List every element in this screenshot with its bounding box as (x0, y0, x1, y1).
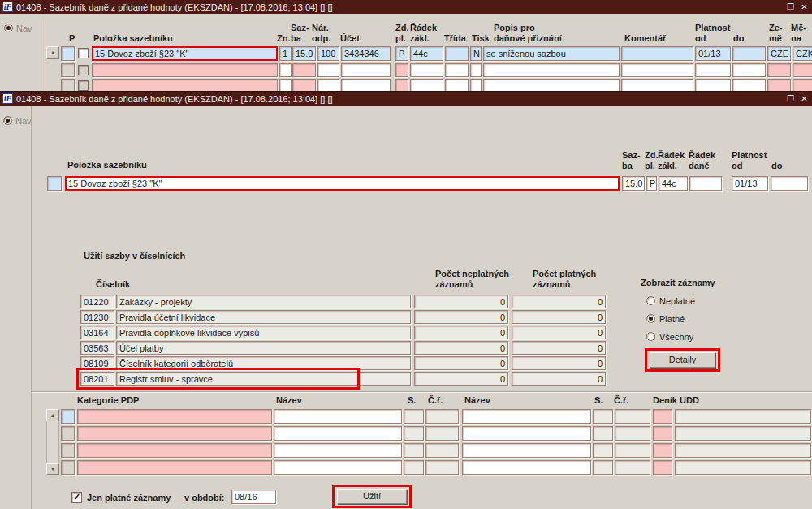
zeme-field[interactable]: CZE (767, 46, 791, 61)
zdpl-field[interactable] (395, 79, 408, 91)
close-icon[interactable]: ✕ (799, 94, 810, 103)
nar-odp-field[interactable]: 100 (317, 46, 339, 61)
s2-field[interactable] (593, 460, 613, 475)
kategorie-pdp-input[interactable] (77, 443, 272, 458)
s1-field[interactable] (404, 409, 424, 424)
nazev2-field[interactable] (462, 460, 591, 475)
nazev2-field[interactable] (462, 426, 591, 441)
platnost-do-field[interactable] (732, 46, 766, 61)
platnost-od-field[interactable]: 01/13 (732, 176, 768, 191)
nazev2-field[interactable] (462, 443, 591, 458)
radio-vsechny-label[interactable]: Všechny (659, 332, 693, 342)
radek-zakl-field[interactable] (410, 79, 443, 91)
zeme-field[interactable] (767, 63, 791, 77)
radio-platne-label[interactable]: Platné (659, 314, 685, 324)
cr1-field[interactable] (425, 443, 459, 458)
popis-field[interactable] (483, 63, 620, 77)
trida-field[interactable] (445, 46, 469, 61)
scroll-down-button[interactable]: ▼ (46, 463, 59, 475)
cr2-field[interactable] (615, 409, 650, 424)
radek-zakl-field[interactable] (410, 63, 443, 77)
row-selector[interactable] (47, 176, 62, 191)
row-selector[interactable] (61, 63, 75, 77)
jen-platne-checkbox[interactable] (71, 492, 82, 503)
denik-udd-name-field[interactable] (675, 409, 811, 424)
komentar-field[interactable] (621, 46, 693, 61)
polozka-input[interactable] (92, 63, 278, 77)
s2-field[interactable] (593, 426, 613, 441)
cr2-field[interactable] (615, 426, 650, 441)
denik-udd-name-field[interactable] (675, 426, 811, 441)
sazba-field[interactable]: 15.0 (292, 46, 316, 61)
row-checkbox[interactable] (78, 65, 89, 75)
row-checkbox[interactable] (78, 48, 89, 58)
platnost-do-field[interactable] (732, 79, 766, 91)
row-selector[interactable] (61, 409, 75, 424)
radio-neplatne[interactable] (646, 296, 655, 305)
popis-field[interactable] (483, 79, 620, 91)
denik-udd-code-input[interactable] (653, 426, 672, 441)
mena-field[interactable]: CZK (793, 46, 812, 61)
zeme-field[interactable] (767, 79, 791, 91)
denik-udd-name-field[interactable] (675, 460, 811, 475)
zn-field[interactable] (279, 63, 292, 77)
ucet-field[interactable]: 3434346 (341, 46, 391, 61)
cr1-field[interactable] (425, 426, 459, 441)
titlebar-detail[interactable]: iF 01408 - Sazebník daně z přidané hodno… (0, 92, 812, 106)
cr2-field[interactable] (615, 443, 650, 458)
cr2-field[interactable] (615, 460, 650, 475)
platnost-od-field[interactable]: 01/13 (695, 46, 731, 61)
kategorie-pdp-input[interactable] (77, 426, 272, 441)
zdpl-field[interactable] (395, 63, 408, 77)
zdpl-field[interactable]: P (646, 176, 657, 191)
komentar-field[interactable] (621, 79, 693, 91)
nar-odp-field[interactable] (317, 79, 339, 91)
titlebar-top[interactable]: iF 01408 - Sazebník daně z přidané hodno… (0, 0, 812, 14)
kategorie-pdp-input[interactable] (77, 460, 272, 475)
radek-zakl-field[interactable]: 44c (659, 176, 688, 191)
denik-udd-code-input[interactable] (653, 409, 672, 424)
trida-field[interactable] (445, 79, 469, 91)
scroll-up-button[interactable]: ▲ (46, 46, 59, 59)
radek-dane-field[interactable] (689, 176, 722, 191)
sazba-field[interactable] (292, 63, 316, 77)
s1-field[interactable] (404, 460, 424, 475)
polozka-input[interactable] (92, 79, 278, 91)
row-selector[interactable] (61, 426, 75, 441)
detaily-button[interactable]: Detaily (650, 352, 715, 368)
nazev2-field[interactable] (462, 409, 591, 424)
nazev1-field[interactable] (274, 443, 402, 458)
s2-field[interactable] (593, 443, 613, 458)
tisk-field[interactable]: N (470, 46, 482, 61)
platnost-do-field[interactable] (771, 176, 808, 191)
nazev1-field[interactable] (274, 426, 402, 441)
scroll-up-button[interactable]: ▲ (46, 409, 59, 421)
nav-radio[interactable] (4, 24, 13, 32)
mena-field[interactable] (793, 79, 812, 91)
s2-field[interactable] (593, 409, 613, 424)
row-selector[interactable] (61, 79, 75, 91)
nar-odp-field[interactable] (317, 63, 339, 77)
radek-zakl-field[interactable]: 44c (410, 46, 443, 61)
platnost-od-field[interactable] (695, 79, 731, 91)
row-checkbox[interactable] (78, 80, 89, 91)
tisk-field[interactable] (470, 63, 482, 77)
popis-field[interactable]: se sníženou sazbou (483, 46, 620, 61)
polozka-input[interactable]: 15 Dovoz zboží §23 "K" (65, 176, 620, 191)
platnost-do-field[interactable] (732, 63, 766, 77)
radio-platne[interactable] (646, 314, 655, 323)
cr1-field[interactable] (425, 409, 459, 424)
zn-field[interactable]: 1 (279, 46, 292, 61)
zdpl-field[interactable]: P (395, 46, 408, 61)
obdobi-input[interactable]: 08/16 (231, 490, 276, 504)
sazba-field[interactable] (292, 79, 316, 91)
mena-field[interactable] (793, 63, 812, 77)
denik-udd-name-field[interactable] (675, 443, 811, 458)
s1-field[interactable] (404, 426, 424, 441)
ucet-field[interactable] (341, 79, 391, 91)
row-selector[interactable] (61, 46, 75, 61)
polozka-input[interactable]: 15 Dovoz zboží §23 "K" (92, 46, 278, 61)
tisk-field[interactable] (470, 79, 482, 91)
row-selector[interactable] (61, 460, 75, 475)
nazev1-field[interactable] (274, 409, 402, 424)
